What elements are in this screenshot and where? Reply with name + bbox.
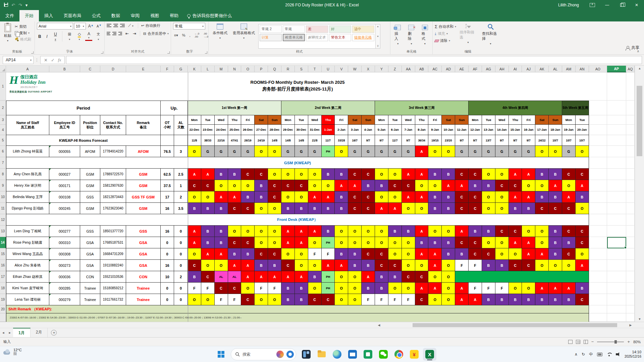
- cell-style-解释性文本[interactable]: 解释性文本: [306, 34, 328, 41]
- shift-cell-9-Jan[interactable]: B: [428, 237, 442, 248]
- normal-view-icon[interactable]: [568, 340, 573, 344]
- shift-cell-24-Dec[interactable]: AL: [215, 271, 228, 283]
- shift-cell-27-Dec[interactable]: O: [255, 294, 268, 305]
- shift-cell-19-Jan[interactable]: C: [562, 203, 576, 214]
- shift-cell-10-Jan[interactable]: B: [442, 248, 455, 260]
- staff-position-cell[interactable]: GSS: [80, 191, 100, 203]
- col-header-T[interactable]: T: [308, 66, 322, 72]
- taskbar-app-task-view[interactable]: [300, 348, 313, 361]
- shift-cell-1-Jan[interactable]: F: [322, 248, 335, 260]
- shift-cell-8-Jan[interactable]: A: [415, 226, 429, 237]
- staff-id-cell[interactable]: 000277: [49, 226, 80, 237]
- row-header-9[interactable]: 9: [0, 180, 6, 191]
- shift-cell-7-Jan[interactable]: G: [402, 146, 415, 157]
- staff-remark-cell[interactable]: Trainee: [126, 294, 161, 305]
- table-header-al[interactable]: AL天数: [174, 115, 188, 135]
- staff-position-cell[interactable]: GSS: [80, 226, 100, 237]
- shift-cell-23-Dec[interactable]: C: [201, 271, 215, 283]
- forecast-20-Jan[interactable]: 10/7: [576, 135, 589, 146]
- empty-cell-AQ[interactable]: [626, 305, 635, 313]
- forecast-12-Jan[interactable]: 9/7: [469, 135, 482, 146]
- shift-cell-11-Jan[interactable]: G: [455, 146, 469, 157]
- shift-cell-18-Jan[interactable]: B: [549, 294, 562, 305]
- shift-cell-19-Jan[interactable]: A: [562, 283, 576, 294]
- empty-cell-AP[interactable]: [607, 125, 626, 135]
- shift-cell-7-Jan[interactable]: F: [402, 294, 415, 305]
- shift-cell-19-Jan[interactable]: C: [562, 226, 576, 237]
- shift-cell-28-Dec[interactable]: B: [268, 260, 281, 271]
- empty-cell-AO[interactable]: [589, 294, 607, 305]
- shift-cell-20-Jan[interactable]: A: [576, 260, 589, 271]
- staff-ot-cell[interactable]: 16: [161, 203, 174, 214]
- sheet-next-icon[interactable]: ▸: [7, 330, 13, 335]
- shift-cell-22-Dec[interactable]: F: [188, 283, 201, 294]
- shift-cell-16-Jan[interactable]: A: [522, 191, 535, 203]
- shift-cell-5-Jan[interactable]: B: [375, 283, 388, 294]
- col-header-Q[interactable]: Q: [268, 66, 281, 72]
- cell-style-检查单元格[interactable]: 检查单元格: [283, 34, 305, 41]
- row-header-14[interactable]: 14: [0, 237, 6, 248]
- staff-ot-cell[interactable]: 0: [161, 237, 174, 248]
- undo-icon[interactable]: ↶: [11, 3, 15, 8]
- shift-cell-9-Jan[interactable]: A: [428, 248, 442, 260]
- shift-cell-15-Jan[interactable]: A: [509, 237, 522, 248]
- shift-cell-18-Jan[interactable]: O: [549, 146, 562, 157]
- sheet-tab-2月[interactable]: 2月: [31, 328, 48, 338]
- shift-cell-11-Jan[interactable]: B: [455, 248, 469, 260]
- shift-cell-22-Dec[interactable]: A: [188, 226, 201, 237]
- empty-cell-AQ[interactable]: [626, 237, 635, 248]
- shift-cell-22-Dec[interactable]: A: [188, 237, 201, 248]
- shift-cell-31-Dec[interactable]: B: [308, 203, 322, 214]
- shift-cell-12-Jan[interactable]: B: [469, 180, 482, 191]
- shift-cell-29-Dec[interactable]: C: [281, 180, 295, 191]
- day-header-22-Dec[interactable]: Mon: [188, 115, 201, 125]
- network-icon[interactable]: [606, 352, 612, 356]
- percent-style-icon[interactable]: %: [181, 33, 186, 37]
- shift-cell-27-Dec[interactable]: C: [255, 248, 268, 260]
- shift-cell-31-Dec[interactable]: A: [308, 191, 322, 203]
- col-header-O[interactable]: O: [241, 66, 255, 72]
- shift-cell-31-Dec[interactable]: O: [308, 180, 322, 191]
- shift-cell-1-Jan[interactable]: B: [322, 169, 335, 180]
- shift-cell-24-Dec[interactable]: A: [215, 191, 228, 203]
- staff-remark-cell[interactable]: GSM: [126, 203, 161, 214]
- table-header-ot[interactable]: OT小时: [161, 115, 174, 135]
- staff-contact-cell[interactable]: 17685187531: [100, 237, 126, 248]
- shift-cell-17-Jan[interactable]: O: [535, 180, 549, 191]
- day-header-2-Jan[interactable]: Fri: [335, 115, 348, 125]
- shift-cell-28-Dec[interactable]: A: [268, 271, 281, 283]
- shift-cell-28-Dec[interactable]: O: [268, 203, 281, 214]
- date-header-18-Jan[interactable]: 18-Jan: [549, 125, 562, 135]
- increase-font-icon[interactable]: A▲: [87, 23, 94, 29]
- collapse-ribbon-icon[interactable]: ∧: [637, 49, 639, 53]
- shift-cell-8-Jan[interactable]: O: [415, 180, 429, 191]
- shift-cell-26-Dec[interactable]: O: [241, 226, 255, 237]
- shift-cell-25-Dec[interactable]: O: [228, 226, 241, 237]
- col-header-Z[interactable]: Z: [388, 66, 402, 72]
- zoom-out-icon[interactable]: −: [591, 339, 594, 344]
- shift-cell-8-Jan[interactable]: O: [415, 203, 429, 214]
- font-family-select[interactable]: Arial▾: [37, 23, 73, 29]
- staff-remark-cell[interactable]: GSS TF GSM: [126, 191, 161, 203]
- staff-al-cell[interactable]: 2: [174, 271, 188, 283]
- shift-cell-13-Jan[interactable]: B: [482, 294, 495, 305]
- shift-cell-14-Jan[interactable]: B: [495, 260, 509, 271]
- shift-cell-24-Dec[interactable]: B: [215, 169, 228, 180]
- row-header-10[interactable]: 10: [0, 191, 6, 203]
- empty-cell-AQ[interactable]: [626, 125, 635, 135]
- shift-cell-25-Dec[interactable]: G: [228, 146, 241, 157]
- shift-cell-15-Jan[interactable]: B: [509, 203, 522, 214]
- date-header-16-Jan[interactable]: 16-Jan: [522, 125, 535, 135]
- shift-cell-16-Jan[interactable]: B: [522, 203, 535, 214]
- page-break-view-icon[interactable]: [584, 340, 588, 344]
- shift-cell-15-Jan[interactable]: C: [509, 260, 522, 271]
- shift-cell-6-Jan[interactable]: B: [388, 271, 402, 283]
- shift-cell-28-Dec[interactable]: C: [268, 248, 281, 260]
- shift-cell-31-Dec[interactable]: G: [308, 146, 322, 157]
- shift-cell-2-Jan[interactable]: B: [335, 169, 348, 180]
- shift-cell-17-Jan[interactable]: C: [535, 203, 549, 214]
- staff-position-cell[interactable]: AFOM: [80, 146, 100, 157]
- staff-al-cell[interactable]: 3: [174, 146, 188, 157]
- format-as-table-button[interactable]: 套用表格格式▾: [231, 23, 257, 49]
- date-header-24-Dec[interactable]: 24-Dec: [215, 125, 228, 135]
